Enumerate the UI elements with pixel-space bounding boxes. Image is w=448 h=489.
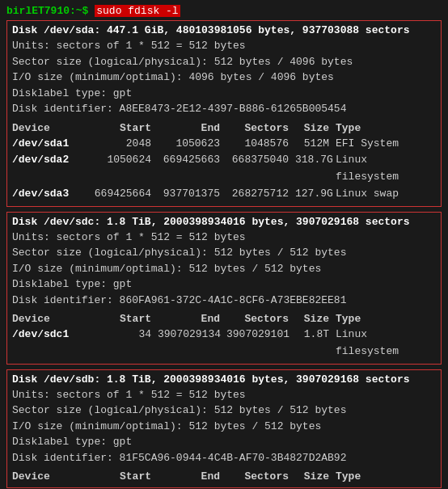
sda1-start: 2048 (93, 136, 158, 153)
th-end: End (158, 470, 226, 483)
sda3-end: 937701375 (158, 186, 226, 203)
table-row: /dev/sda1 2048 1050623 1048576 512M EFI … (12, 136, 436, 153)
disk-sdc-table-header: Device Start End Sectors Size Type (12, 313, 436, 325)
th-end: End (158, 313, 226, 325)
disk-sdb-table-header: Device Start End Sectors Size Type (12, 470, 436, 483)
disk-sdc-units: Units: sectors of 1 * 512 = 512 bytes (12, 230, 436, 246)
disk-sdb-units: Units: sectors of 1 * 512 = 512 bytes (12, 387, 436, 403)
disk-sdb-section: Disk /dev/sdb: 1.8 TiB, 2000398934016 by… (6, 369, 442, 489)
th-end: End (158, 122, 226, 134)
th-sectors: Sectors (226, 122, 295, 134)
th-device: Device (12, 313, 93, 325)
disk-sda-sector-size: Sector size (logical/physical): 512 byte… (12, 54, 436, 70)
sda3-sectors: 268275712 (226, 186, 295, 203)
sdc1-sectors: 3907029101 (226, 327, 295, 360)
sdc1-type: Linux filesystem (336, 327, 436, 360)
sda1-end: 1050623 (158, 136, 226, 153)
th-type: Type (336, 470, 436, 483)
th-sectors: Sectors (226, 470, 295, 483)
disk-sda-identifier: Disk identifier: A8EE8473-2E12-4397-B886… (12, 101, 436, 117)
sda3-device: /dev/sda3 (12, 186, 93, 203)
sdc1-size: 1.8T (295, 327, 336, 360)
sdc1-device: /dev/sdc1 (12, 327, 93, 360)
disk-sdc-identifier: Disk identifier: 860FA961-372C-4A1C-8CF6… (12, 293, 436, 309)
disk-sdc-disklabel: Disklabel type: gpt (12, 276, 436, 293)
disk-sdc-io-size: I/O size (minimum/optimal): 512 bytes / … (12, 261, 436, 277)
table-row: /dev/sdc1 34 3907029134 3907029101 1.8T … (12, 327, 436, 360)
sda1-device: /dev/sda1 (12, 136, 93, 153)
th-start: Start (93, 313, 158, 325)
disk-sda-io-size: I/O size (minimum/optimal): 4096 bytes /… (12, 70, 436, 86)
th-start: Start (93, 470, 158, 483)
sda2-size: 318.7G (295, 152, 336, 186)
disk-sdc-section: Disk /dev/sdc: 1.8 TiB, 2000398934016 by… (6, 212, 442, 365)
sdc1-end: 3907029134 (158, 327, 226, 360)
disk-sdb-io-size: I/O size (minimum/optimal): 512 bytes / … (12, 419, 436, 435)
sda2-end: 669425663 (158, 152, 226, 186)
th-type: Type (336, 313, 436, 325)
th-size: Size (295, 470, 336, 483)
disk-sdb-sector-size: Sector size (logical/physical): 512 byte… (12, 403, 436, 419)
th-start: Start (93, 122, 158, 134)
th-sectors: Sectors (226, 313, 295, 325)
disk-sdb-identifier: Disk identifier: 81F5CA96-0944-4C4B-AF70… (12, 450, 436, 466)
disk-sdc-header: Disk /dev/sdc: 1.8 TiB, 2000398934016 by… (12, 216, 436, 228)
th-device: Device (12, 122, 93, 134)
sda2-sectors: 668375040 (226, 152, 295, 186)
th-size: Size (295, 313, 336, 325)
sda2-type: Linux filesystem (336, 152, 436, 186)
terminal: birlET7910:~$ sudo fdisk -l Disk /dev/sd… (0, 0, 448, 489)
sda2-device: /dev/sda2 (12, 152, 93, 186)
disk-sda-section: Disk /dev/sda: 447.1 GiB, 480103981056 b… (6, 20, 442, 207)
sda1-sectors: 1048576 (226, 136, 295, 153)
th-device: Device (12, 470, 93, 483)
sdc1-start: 34 (93, 327, 158, 360)
table-row: /dev/sda2 1050624 669425663 668375040 31… (12, 152, 436, 186)
disk-sda-units: Units: sectors of 1 * 512 = 512 bytes (12, 38, 436, 54)
prompt-user: birlET7910:~$ (6, 5, 88, 17)
disk-sdb-header: Disk /dev/sdb: 1.8 TiB, 2000398934016 by… (12, 373, 436, 386)
table-row: /dev/sda3 669425664 937701375 268275712 … (12, 186, 436, 203)
prompt-cmd: sudo fdisk -l (95, 5, 180, 17)
sda3-size: 127.9G (295, 186, 336, 203)
sda3-start: 669425664 (93, 186, 158, 203)
sda1-type: EFI System (336, 136, 436, 153)
sda1-size: 512M (295, 136, 336, 153)
disk-sdc-sector-size: Sector size (logical/physical): 512 byte… (12, 245, 436, 261)
th-size: Size (295, 122, 336, 134)
disk-sdb-disklabel: Disklabel type: gpt (12, 434, 436, 450)
disk-sda-disklabel: Disklabel type: gpt (12, 86, 436, 102)
sda3-type: Linux swap (336, 186, 436, 203)
sda2-start: 1050624 (93, 152, 158, 186)
disk-sda-header: Disk /dev/sda: 447.1 GiB, 480103981056 b… (12, 24, 436, 36)
th-type: Type (336, 122, 436, 134)
disk-sda-table-header: Device Start End Sectors Size Type (12, 122, 436, 134)
prompt-line: birlET7910:~$ sudo fdisk -l (6, 5, 442, 17)
